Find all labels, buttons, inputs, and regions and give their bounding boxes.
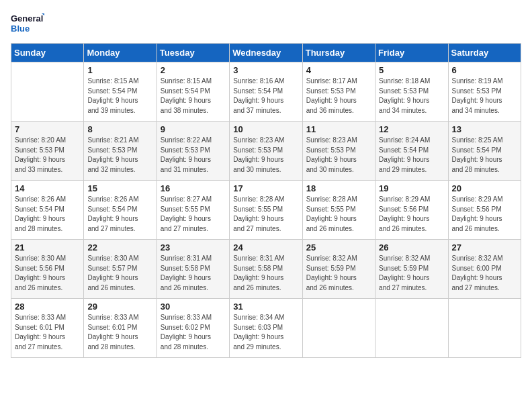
day-number: 1 [87,65,152,75]
day-info: Sunrise: 8:26 AMSunset: 5:54 PMDaylight:… [87,195,152,234]
calendar-cell: 29Sunrise: 8:33 AMSunset: 6:01 PMDayligh… [84,299,157,358]
calendar-cell: 7Sunrise: 8:20 AMSunset: 5:53 PMDaylight… [11,122,84,181]
svg-text:Blue: Blue [11,24,30,34]
day-number: 29 [87,302,152,312]
calendar-cell: 2Sunrise: 8:15 AMSunset: 5:54 PMDaylight… [157,62,229,122]
day-info: Sunrise: 8:17 AMSunset: 5:53 PMDaylight:… [306,77,371,116]
day-info: Sunrise: 8:28 AMSunset: 5:55 PMDaylight:… [306,195,371,234]
day-number: 2 [161,65,226,75]
day-number: 15 [87,183,152,193]
day-number: 25 [306,242,371,253]
calendar-cell: 8Sunrise: 8:21 AMSunset: 5:53 PMDaylight… [84,122,157,181]
calendar-cell: 16Sunrise: 8:27 AMSunset: 5:55 PMDayligh… [157,181,229,240]
day-number: 12 [379,124,444,134]
day-info: Sunrise: 8:15 AMSunset: 5:54 PMDaylight:… [87,77,152,116]
day-info: Sunrise: 8:32 AMSunset: 5:59 PMDaylight:… [306,254,371,293]
day-info: Sunrise: 8:23 AMSunset: 5:53 PMDaylight:… [233,136,298,175]
day-header-friday: Friday [375,44,448,62]
day-header-tuesday: Tuesday [157,44,229,62]
day-number: 11 [306,124,371,134]
day-info: Sunrise: 8:27 AMSunset: 5:55 PMDaylight:… [161,195,226,234]
header: General Blue [11,11,521,36]
day-info: Sunrise: 8:31 AMSunset: 5:58 PMDaylight:… [161,254,226,293]
day-number: 21 [15,242,80,253]
day-info: Sunrise: 8:18 AMSunset: 5:53 PMDaylight:… [379,77,444,116]
day-info: Sunrise: 8:31 AMSunset: 5:58 PMDaylight:… [233,254,298,293]
day-header-thursday: Thursday [302,44,375,62]
calendar-cell: 3Sunrise: 8:16 AMSunset: 5:54 PMDaylight… [230,62,302,122]
week-row-2: 7Sunrise: 8:20 AMSunset: 5:53 PMDaylight… [11,122,521,181]
day-info: Sunrise: 8:34 AMSunset: 6:03 PMDaylight:… [233,313,298,352]
calendar-cell: 4Sunrise: 8:17 AMSunset: 5:53 PMDaylight… [302,62,375,122]
calendar-cell: 17Sunrise: 8:28 AMSunset: 5:55 PMDayligh… [230,181,302,240]
day-number: 28 [15,302,80,312]
day-number: 20 [452,183,517,193]
calendar-cell [375,299,448,358]
calendar-cell: 23Sunrise: 8:31 AMSunset: 5:58 PMDayligh… [157,240,229,299]
calendar-cell [302,299,375,358]
calendar-cell: 15Sunrise: 8:26 AMSunset: 5:54 PMDayligh… [84,181,157,240]
week-row-1: 1Sunrise: 8:15 AMSunset: 5:54 PMDaylight… [11,62,521,122]
day-number: 23 [161,242,226,253]
day-info: Sunrise: 8:21 AMSunset: 5:53 PMDaylight:… [87,136,152,175]
day-number: 19 [379,183,444,193]
day-header-monday: Monday [84,44,157,62]
day-number: 27 [452,242,517,253]
day-number: 30 [161,302,226,312]
day-number: 17 [233,183,298,193]
calendar-cell: 30Sunrise: 8:33 AMSunset: 6:02 PMDayligh… [157,299,229,358]
calendar-cell: 25Sunrise: 8:32 AMSunset: 5:59 PMDayligh… [302,240,375,299]
calendar-table: SundayMondayTuesdayWednesdayThursdayFrid… [11,43,521,358]
day-number: 16 [161,183,226,193]
calendar-cell [11,62,84,122]
day-info: Sunrise: 8:29 AMSunset: 5:56 PMDaylight:… [379,195,444,234]
day-info: Sunrise: 8:30 AMSunset: 5:56 PMDaylight:… [15,254,80,293]
day-info: Sunrise: 8:19 AMSunset: 5:53 PMDaylight:… [452,77,517,116]
day-number: 26 [379,242,444,253]
day-header-sunday: Sunday [11,44,84,62]
day-number: 5 [379,65,444,75]
day-info: Sunrise: 8:23 AMSunset: 5:53 PMDaylight:… [306,136,371,175]
day-number: 9 [161,124,226,134]
calendar-cell: 24Sunrise: 8:31 AMSunset: 5:58 PMDayligh… [230,240,302,299]
calendar-cell: 10Sunrise: 8:23 AMSunset: 5:53 PMDayligh… [230,122,302,181]
svg-text:General: General [11,13,43,24]
day-number: 22 [87,242,152,253]
calendar-cell: 31Sunrise: 8:34 AMSunset: 6:03 PMDayligh… [230,299,302,358]
day-info: Sunrise: 8:33 AMSunset: 6:01 PMDaylight:… [15,313,80,352]
day-info: Sunrise: 8:30 AMSunset: 5:57 PMDaylight:… [87,254,152,293]
calendar-cell: 11Sunrise: 8:23 AMSunset: 5:53 PMDayligh… [302,122,375,181]
day-number: 10 [233,124,298,134]
week-row-4: 21Sunrise: 8:30 AMSunset: 5:56 PMDayligh… [11,240,521,299]
day-number: 18 [306,183,371,193]
week-row-5: 28Sunrise: 8:33 AMSunset: 6:01 PMDayligh… [11,299,521,358]
day-number: 3 [233,65,298,75]
logo-svg: General Blue [11,11,44,36]
week-row-3: 14Sunrise: 8:26 AMSunset: 5:54 PMDayligh… [11,181,521,240]
calendar-cell: 9Sunrise: 8:22 AMSunset: 5:53 PMDaylight… [157,122,229,181]
calendar-cell: 27Sunrise: 8:32 AMSunset: 6:00 PMDayligh… [448,240,521,299]
day-number: 13 [452,124,517,134]
day-info: Sunrise: 8:32 AMSunset: 5:59 PMDaylight:… [379,254,444,293]
calendar-cell: 20Sunrise: 8:29 AMSunset: 5:56 PMDayligh… [448,181,521,240]
day-info: Sunrise: 8:16 AMSunset: 5:54 PMDaylight:… [233,77,298,116]
calendar-cell: 14Sunrise: 8:26 AMSunset: 5:54 PMDayligh… [11,181,84,240]
calendar-cell: 28Sunrise: 8:33 AMSunset: 6:01 PMDayligh… [11,299,84,358]
calendar-cell: 19Sunrise: 8:29 AMSunset: 5:56 PMDayligh… [375,181,448,240]
day-info: Sunrise: 8:25 AMSunset: 5:54 PMDaylight:… [452,136,517,175]
day-info: Sunrise: 8:28 AMSunset: 5:55 PMDaylight:… [233,195,298,234]
day-number: 14 [15,183,80,193]
days-header-row: SundayMondayTuesdayWednesdayThursdayFrid… [11,44,521,62]
day-number: 7 [15,124,80,134]
calendar-cell: 13Sunrise: 8:25 AMSunset: 5:54 PMDayligh… [448,122,521,181]
day-number: 6 [452,65,517,75]
day-number: 4 [306,65,371,75]
day-header-wednesday: Wednesday [230,44,302,62]
day-info: Sunrise: 8:33 AMSunset: 6:01 PMDaylight:… [87,313,152,352]
day-number: 8 [87,124,152,134]
day-info: Sunrise: 8:33 AMSunset: 6:02 PMDaylight:… [161,313,226,352]
calendar-cell: 21Sunrise: 8:30 AMSunset: 5:56 PMDayligh… [11,240,84,299]
calendar-cell: 18Sunrise: 8:28 AMSunset: 5:55 PMDayligh… [302,181,375,240]
day-number: 31 [233,302,298,312]
day-info: Sunrise: 8:24 AMSunset: 5:54 PMDaylight:… [379,136,444,175]
